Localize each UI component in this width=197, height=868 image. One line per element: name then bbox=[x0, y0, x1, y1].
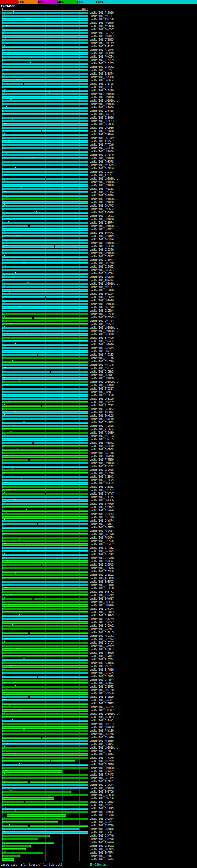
hit-label[interactable]: UniRef100_B9Y2P9 bbox=[90, 401, 113, 404]
hit-bar[interactable] bbox=[2, 15, 88, 17]
hit-label[interactable]: UniRef100_B2L4E2 bbox=[90, 543, 113, 546]
hit-label[interactable]: UniRef100_UPI000... bbox=[90, 330, 118, 333]
hit-bar[interactable] bbox=[2, 601, 88, 603]
hit-label[interactable]: UniRef100_Q44P02 bbox=[90, 228, 113, 231]
hit-label[interactable]: UniRef100_B4DFI6 bbox=[90, 147, 113, 150]
hit-label[interactable]: UniRef100_C50PJ3 bbox=[90, 685, 113, 688]
hit-label[interactable]: UniRef100_Q4S8E6 bbox=[90, 123, 113, 126]
hit-label[interactable]: UniRef100_B4Z9K7 bbox=[90, 259, 113, 261]
hit-label[interactable]: UniRef100_UPI000... bbox=[90, 746, 118, 749]
hit-bar[interactable] bbox=[2, 269, 88, 271]
hit-label[interactable]: UniRef100_B9DEW0 bbox=[90, 276, 113, 278]
hit-label[interactable]: UniRef100_Q7RBC1 bbox=[90, 750, 113, 752]
hit-bar[interactable] bbox=[2, 411, 88, 413]
hit-label[interactable]: UniRef100_P78679 bbox=[90, 296, 113, 299]
hit-bar[interactable] bbox=[2, 581, 88, 583]
hit-bar[interactable] bbox=[2, 818, 88, 820]
hit-label[interactable]: UniRef100_Q9P784 bbox=[90, 320, 113, 322]
hit-bar[interactable] bbox=[2, 381, 88, 383]
hit-label[interactable]: UniRef100_B1N321 bbox=[90, 831, 113, 834]
hit-label[interactable]: UniRef100_Q8L493 bbox=[90, 269, 113, 272]
hit-bar[interactable] bbox=[2, 245, 88, 248]
hit-bar[interactable] bbox=[2, 662, 88, 664]
hit-bar[interactable] bbox=[2, 42, 88, 44]
hit-label[interactable]: UniRef100_Q7Y175 bbox=[90, 496, 113, 498]
hit-bar[interactable] bbox=[2, 141, 88, 143]
hit-label[interactable]: UniRef100_Q4D2N4 bbox=[90, 638, 113, 641]
hit-bar[interactable] bbox=[2, 784, 88, 786]
hit-bar[interactable] bbox=[2, 760, 75, 763]
hit-bar[interactable] bbox=[2, 855, 20, 857]
hit-label[interactable]: UniRef100_P40626 bbox=[90, 425, 113, 427]
hit-label[interactable]: UniRef100_Q9DD68 bbox=[90, 448, 113, 451]
hit-bar[interactable] bbox=[2, 367, 88, 370]
hit-label[interactable]: UniRef100_UPI000... bbox=[90, 282, 118, 285]
hit-label[interactable]: UniRef100_B6A1E3 bbox=[90, 723, 113, 725]
hit-label[interactable]: UniRef100_P09180 bbox=[90, 689, 113, 691]
hit-label[interactable]: UniRef100_Q62256 bbox=[90, 733, 113, 736]
hit-label[interactable]: UniRef100_B8P757 bbox=[90, 350, 113, 353]
hit-bar[interactable] bbox=[2, 283, 88, 285]
hit-label[interactable]: UniRef100_UPI000... bbox=[90, 377, 118, 380]
hit-bar[interactable] bbox=[2, 113, 88, 116]
hit-label[interactable]: UniRef100_B9ZYQ6 bbox=[90, 790, 113, 793]
hit-bar[interactable] bbox=[2, 395, 88, 397]
hit-bar[interactable] bbox=[2, 25, 88, 27]
hit-bar[interactable] bbox=[2, 354, 88, 356]
hit-bar[interactable] bbox=[2, 35, 88, 37]
hit-label[interactable]: UniRef100_Q1E8J5 bbox=[90, 675, 113, 678]
hit-label[interactable]: UniRef100_A9UB94 bbox=[90, 411, 113, 414]
hit-label[interactable]: UniRef100_A9NXJ4 bbox=[90, 55, 113, 58]
hit-bar[interactable] bbox=[2, 391, 88, 393]
hit-bar[interactable] bbox=[2, 496, 88, 498]
hit-bar[interactable] bbox=[2, 228, 88, 230]
hit-bar[interactable] bbox=[2, 584, 88, 586]
hit-label[interactable]: UniRef100_Q7ZW95 bbox=[90, 38, 113, 41]
hit-bar[interactable] bbox=[2, 144, 88, 146]
hit-label[interactable]: UniRef100_UPI000... bbox=[90, 242, 118, 245]
hit-bar[interactable] bbox=[2, 665, 88, 668]
hit-bar[interactable] bbox=[2, 134, 88, 136]
hit-bar[interactable] bbox=[2, 645, 88, 647]
hit-bar[interactable] bbox=[2, 388, 88, 390]
hit-bar[interactable] bbox=[2, 306, 88, 309]
hit-bar[interactable] bbox=[2, 472, 88, 474]
hit-bar[interactable] bbox=[2, 560, 88, 563]
hit-bar[interactable] bbox=[2, 327, 88, 329]
hit-label[interactable]: UniRef100_C5P4X8 bbox=[90, 557, 113, 559]
hit-bar[interactable] bbox=[2, 377, 88, 380]
hit-label[interactable]: UniRef100_P49429 bbox=[90, 89, 113, 92]
hit-bar[interactable] bbox=[2, 692, 88, 695]
hit-bar[interactable] bbox=[2, 652, 88, 654]
hit-label[interactable]: UniRef100_C56Y49 bbox=[90, 472, 113, 475]
hit-label[interactable]: UniRef100_A8J010 bbox=[90, 11, 113, 14]
hit-bar[interactable] bbox=[2, 825, 88, 827]
hit-label[interactable]: UniRef100_Q4CHW5 bbox=[90, 370, 113, 373]
hit-label[interactable]: UniRef100_A48HW5 bbox=[90, 614, 113, 617]
hit-bar[interactable] bbox=[2, 103, 88, 105]
hit-bar[interactable] bbox=[2, 594, 88, 596]
hit-bar[interactable] bbox=[2, 798, 54, 800]
hit-bar[interactable] bbox=[2, 100, 88, 102]
hit-label[interactable]: UniRef100_A9PG35 bbox=[90, 164, 113, 166]
hit-label[interactable]: UniRef100_Q5VH77 bbox=[90, 655, 113, 658]
hit-label[interactable]: UniRef100_Q55CV2 bbox=[90, 845, 113, 847]
hit-label[interactable]: UniRef100_Q6CCT0 bbox=[90, 445, 113, 448]
hit-label[interactable]: UniRef100_Q8I4X1 bbox=[90, 719, 113, 722]
hit-label[interactable]: UniRef100_Q4PHE8 bbox=[90, 794, 113, 797]
hit-bar[interactable] bbox=[2, 774, 88, 776]
hit-label[interactable]: UniRef100_Q6FJP0 bbox=[90, 533, 113, 536]
hit-bar[interactable] bbox=[2, 747, 88, 749]
hit-bar[interactable] bbox=[2, 445, 88, 447]
hit-label[interactable]: UniRef100_Q54Z69 bbox=[90, 618, 113, 620]
hit-label[interactable]: UniRef100_Q66NK6 bbox=[90, 828, 113, 831]
hit-bar[interactable] bbox=[2, 164, 88, 166]
hit-label[interactable]: UniRef100_C8V6Y9 bbox=[90, 509, 113, 512]
hit-bar[interactable] bbox=[2, 137, 88, 139]
hit-label[interactable]: UniRef100_B9W7F6 bbox=[90, 797, 113, 800]
hit-label[interactable]: UniRef100_Q75E89 bbox=[90, 394, 113, 397]
hit-bar[interactable] bbox=[2, 29, 88, 31]
hit-label[interactable]: UniRef100_A5GTG4 bbox=[90, 435, 113, 438]
hit-label[interactable]: UniRef100_A96N38 bbox=[90, 25, 113, 28]
hit-bar[interactable] bbox=[2, 625, 88, 627]
